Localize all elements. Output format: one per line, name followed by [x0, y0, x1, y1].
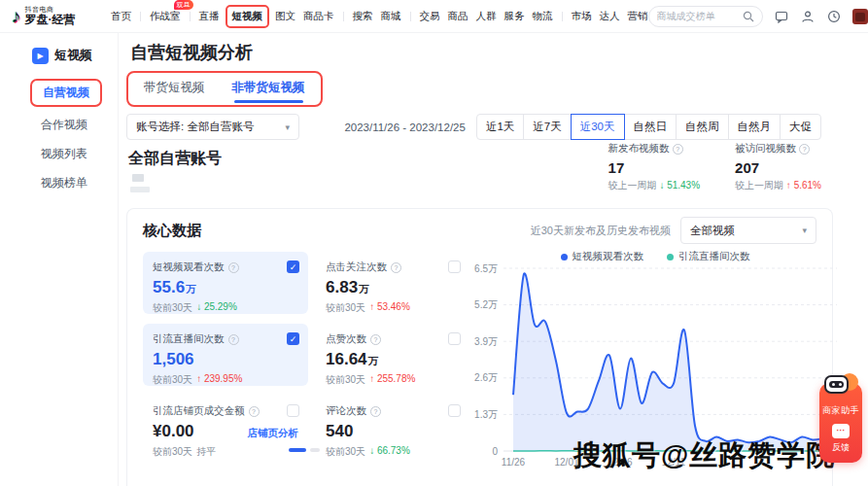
- metric-card-compare: 较前30天↓ 66.73%: [326, 445, 460, 459]
- date-preset-1[interactable]: 近7天: [523, 114, 571, 140]
- app-root: ♪ 抖音电商 罗盘·经营 首页作战室双旦直播短视频图文商品卡搜索商城交易商品人群…: [0, 0, 868, 486]
- info-icon: ?: [370, 406, 381, 417]
- legend-item-0[interactable]: 短视频观看次数: [561, 250, 644, 263]
- metric-checkbox[interactable]: ✓: [287, 332, 299, 345]
- history-clock-icon[interactable]: [827, 10, 841, 23]
- assistant-label[interactable]: 商家助手: [822, 404, 859, 417]
- nav-item-product[interactable]: 商品: [448, 8, 469, 25]
- carousel-dot-active[interactable]: [289, 448, 306, 452]
- date-preset-5[interactable]: 自然月: [728, 114, 781, 140]
- nav-item-logistics[interactable]: 物流: [533, 8, 553, 25]
- metric-card-delta: ↑ 239.95%: [196, 373, 242, 387]
- sidebar-item-video-rank[interactable]: 视频榜单: [41, 172, 87, 194]
- nav-divider: [562, 12, 563, 21]
- chart-legend: 短视频观看次数引流直播间次数: [469, 250, 841, 263]
- sidebar-section-header: ▶ 短视频: [0, 47, 118, 64]
- metric-checkbox[interactable]: [448, 260, 461, 273]
- shop-page-analysis-link[interactable]: 店铺页分析: [248, 427, 299, 440]
- nav-item-short-video[interactable]: 短视频: [226, 5, 270, 28]
- nav-item-product-card[interactable]: 商品卡: [303, 8, 334, 25]
- top-navigation-bar: ♪ 抖音电商 罗盘·经营 首页作战室双旦直播短视频图文商品卡搜索商城交易商品人群…: [0, 0, 868, 33]
- date-preset-3[interactable]: 自然日: [624, 114, 677, 140]
- sidebar-item-self-video[interactable]: 自营视频: [30, 79, 102, 107]
- nav-item-talent[interactable]: 达人: [600, 8, 620, 25]
- metric-value-number: 16.64: [326, 350, 367, 369]
- chevron-down-icon: ▾: [285, 122, 290, 132]
- core-panel-title: 核心数据: [143, 222, 201, 240]
- account-meta-redacted: [132, 174, 144, 182]
- nav-item-war-room[interactable]: 作战室双旦: [150, 8, 181, 25]
- search-icon[interactable]: [743, 11, 754, 22]
- topnav-search-box[interactable]: [648, 6, 763, 27]
- search-input[interactable]: [657, 11, 739, 21]
- avatar[interactable]: [852, 9, 868, 24]
- nav-divider: [140, 12, 141, 21]
- tabs-annotation-box: 带货短视频非带货短视频: [126, 71, 323, 107]
- metric-value-number: 1,506: [153, 350, 194, 369]
- carousel-dot[interactable]: [310, 448, 320, 452]
- sidebar-item-video-list[interactable]: 视频列表: [41, 143, 87, 165]
- metric-card-live-referrals[interactable]: 引流直播间次数?✓1,506较前30天↑ 239.95%: [143, 324, 308, 386]
- nav-item-service[interactable]: 服务: [504, 8, 525, 25]
- nav-item-marketing[interactable]: 营销: [628, 8, 648, 25]
- nav-item-home[interactable]: 首页: [111, 8, 131, 25]
- nav-item-live[interactable]: 直播: [199, 8, 220, 25]
- video-select-value: 全部视频: [690, 224, 735, 238]
- brand-logo[interactable]: ♪ 抖音电商 罗盘·经营: [12, 6, 111, 26]
- nav-divider: [343, 12, 344, 21]
- stat-compare: 较上一周期 ↓ 51.43%: [608, 179, 700, 192]
- stat-delta: ↓ 51.43%: [659, 180, 700, 191]
- message-icon[interactable]: [775, 10, 788, 23]
- stat-value: 207: [735, 159, 821, 176]
- metric-card-comments[interactable]: 评论次数?540较前30天↓ 66.73%: [316, 396, 469, 458]
- merchant-assistant-widget[interactable]: 商家助手 ··· 反馈: [819, 383, 862, 463]
- video-select[interactable]: 全部视频 ▾: [680, 217, 816, 244]
- stat-compare: 较上一周期 ↑ 5.61%: [735, 179, 821, 192]
- metric-card-value: ¥0.00店铺页分析: [153, 422, 298, 441]
- metric-card-delta: ↓ 25.29%: [196, 301, 237, 315]
- metric-cards-column-1: 短视频观看次数?✓55.6万较前30天↓ 25.29%引流直播间次数?✓1,50…: [143, 252, 308, 458]
- tab-without-goods[interactable]: 非带货短视频: [232, 80, 305, 105]
- legend-dot: [667, 254, 674, 260]
- nav-item-market[interactable]: 市场: [572, 8, 592, 25]
- account-select[interactable]: 账号选择: 全部自营账号 ▾: [126, 114, 299, 140]
- nav-item-search[interactable]: 搜索: [353, 8, 373, 25]
- metric-checkbox[interactable]: [287, 404, 299, 417]
- nav-item-audience[interactable]: 人群: [476, 8, 497, 25]
- metric-checkbox[interactable]: [448, 332, 461, 345]
- user-icon[interactable]: [801, 10, 815, 23]
- date-preset-0[interactable]: 近1天: [476, 114, 524, 140]
- metric-checkbox[interactable]: [448, 404, 461, 417]
- chevron-down-icon: ▾: [802, 226, 807, 235]
- nav-item-image-text[interactable]: 图文: [275, 8, 295, 25]
- metric-checkbox[interactable]: ✓: [287, 260, 299, 273]
- metric-value-unit: 万: [359, 283, 369, 296]
- legend-item-1[interactable]: 引流直播间次数: [667, 250, 750, 263]
- nav-item-mall[interactable]: 商城: [381, 8, 401, 25]
- metric-card-video-views[interactable]: 短视频观看次数?✓55.6万较前30天↓ 25.29%: [143, 252, 308, 314]
- metric-card-follow-clicks[interactable]: 点击关注次数?6.83万较前30天↑ 53.46%: [316, 252, 469, 314]
- metric-card-likes[interactable]: 点赞次数?16.64万较前30天↑ 255.78%: [316, 324, 469, 386]
- metric-value-unit: 万: [186, 283, 196, 296]
- sidebar: ▶ 短视频 自营视频合作视频视频列表视频榜单: [0, 33, 119, 486]
- sidebar-section-title: 短视频: [54, 47, 92, 64]
- feedback-chat-icon[interactable]: ···: [832, 424, 850, 438]
- date-preset-2[interactable]: 近30天: [571, 114, 625, 140]
- date-preset-6[interactable]: 大促: [780, 114, 821, 140]
- metric-value-unit: 万: [368, 355, 379, 368]
- date-preset-4[interactable]: 自然周: [676, 114, 729, 140]
- metric-card-title: 引流店铺页成交金额: [153, 404, 245, 418]
- feedback-label[interactable]: 反馈: [832, 441, 850, 454]
- legend-label: 短视频观看次数: [573, 250, 644, 263]
- metric-card-title: 引流直播间次数: [153, 332, 225, 346]
- metric-card-shop-page-gmv[interactable]: 引流店铺页成交金额?¥0.00店铺页分析较前30天持平: [143, 396, 308, 458]
- sidebar-item-coop-video[interactable]: 合作视频: [41, 114, 87, 136]
- metric-card-value: 1,506: [153, 350, 298, 369]
- nav-item-trade[interactable]: 交易: [420, 8, 440, 25]
- svg-text:6.5万: 6.5万: [474, 263, 498, 274]
- nav-divider: [410, 12, 411, 21]
- svg-text:1.3万: 1.3万: [474, 409, 498, 420]
- metric-card-title: 短视频观看次数: [153, 260, 225, 274]
- date-range-label[interactable]: 2023/11/26 - 2023/12/25: [344, 122, 465, 133]
- tab-with-goods[interactable]: 带货短视频: [144, 80, 205, 105]
